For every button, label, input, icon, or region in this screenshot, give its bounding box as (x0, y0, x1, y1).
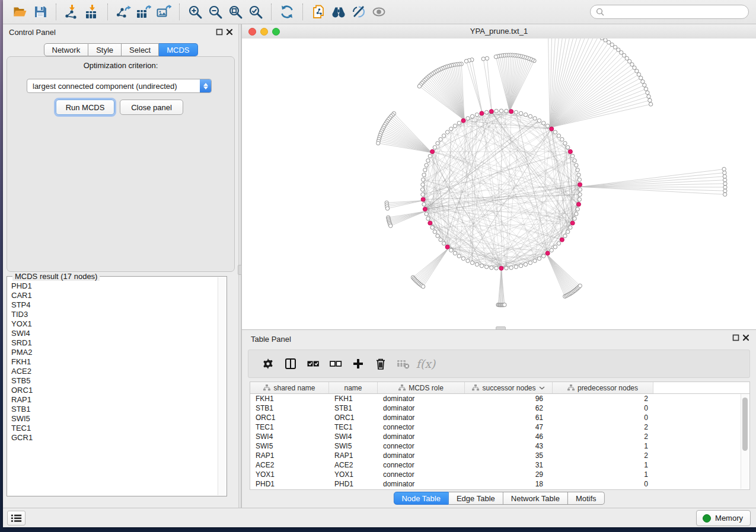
delete-column-icon[interactable] (369, 353, 392, 374)
mcds-result-item[interactable]: RAP1 (11, 395, 218, 405)
float-table-panel-icon[interactable] (732, 334, 739, 341)
mcds-result-item[interactable]: PMA2 (11, 348, 218, 357)
table-row[interactable]: ORC1ORC1dominator610 (250, 413, 749, 422)
table-row[interactable]: FKH1FKH1dominator962 (250, 394, 749, 403)
table-row[interactable]: STB1STB1dominator620 (250, 403, 749, 413)
zoom-out-icon[interactable] (205, 2, 225, 21)
column-header-name[interactable]: name (329, 382, 378, 393)
table-cell: dominator (378, 432, 465, 441)
refresh-layout-icon[interactable] (277, 2, 297, 21)
mcds-list-scrollbar[interactable] (218, 277, 226, 495)
import-table-icon[interactable] (82, 2, 102, 21)
table-cell: ACE2 (329, 461, 378, 469)
close-panel-button[interactable]: Close panel (120, 100, 183, 115)
table-row[interactable]: SWI5SWI5connector431 (250, 441, 749, 451)
shared-column-icon (472, 384, 479, 391)
vizmapper-slash-eye-icon[interactable] (349, 2, 369, 21)
table-row[interactable]: SWI4SWI4dominator462 (250, 432, 749, 441)
mcds-result-item[interactable]: TEC1 (11, 424, 218, 433)
mcds-result-item[interactable]: STB5 (11, 376, 218, 386)
tab-network-table[interactable]: Network Table (503, 492, 568, 505)
mcds-result-item[interactable]: PHD1 (11, 281, 218, 291)
table-cell: 29 (465, 470, 553, 479)
table-cell: SWI5 (250, 442, 329, 450)
search-binoculars-icon[interactable] (328, 2, 349, 21)
close-table-panel-icon[interactable] (742, 334, 749, 341)
task-history-button[interactable] (7, 511, 25, 525)
table-cell: 62 (465, 404, 553, 412)
search-field[interactable] (590, 5, 749, 19)
shared-column-icon (263, 384, 270, 391)
table-row[interactable]: TEC1TEC1connector472 (250, 422, 749, 432)
tab-mcds[interactable]: MCDS (159, 43, 197, 56)
mcds-result-item[interactable]: ORC1 (11, 386, 218, 395)
toolbar-group (10, 2, 50, 21)
open-file-icon[interactable] (10, 2, 30, 21)
control-panel-title: Control Panel (9, 28, 56, 37)
tab-style[interactable]: Style (88, 43, 122, 56)
toolbar-group (308, 2, 389, 21)
column-label: shared name (273, 384, 315, 392)
mcds-result-item[interactable]: FKH1 (11, 357, 218, 367)
column-header-MCDS-role[interactable]: MCDS role (378, 382, 465, 393)
tab-select[interactable]: Select (122, 43, 159, 56)
mcds-result-item[interactable]: SWI5 (11, 414, 218, 424)
import-network-icon[interactable] (62, 2, 82, 21)
table-cell: 2 (553, 423, 653, 431)
mcds-result-item[interactable]: CAR1 (11, 291, 218, 300)
network-view-titlebar: YPA_prune.txt_1 (242, 24, 756, 39)
table-cell: RAP1 (329, 451, 378, 460)
toolbar-separator (56, 4, 56, 20)
tab-node-table[interactable]: Node Table (393, 492, 449, 505)
table-row[interactable]: ACE2ACE2connector311 (250, 460, 749, 470)
fan-edges (378, 39, 725, 305)
mcds-result-item[interactable]: ACE2 (11, 367, 218, 376)
show-hide-eye-icon[interactable] (369, 2, 389, 21)
table-cell: YOX1 (329, 470, 378, 479)
export-table-icon[interactable] (133, 2, 154, 21)
table-row[interactable]: PHD1PHD1dominator180 (250, 479, 749, 489)
table-scrollbar[interactable] (741, 394, 749, 489)
table-row[interactable]: RAP1RAP1dominator352 (250, 451, 749, 460)
float-panel-icon[interactable] (216, 28, 223, 36)
memory-button[interactable]: Memory (696, 510, 751, 526)
save-session-icon[interactable] (30, 2, 50, 21)
mcds-result-item[interactable]: YOX1 (11, 319, 218, 329)
table-cell: 43 (465, 442, 553, 450)
table-settings-icon[interactable] (257, 353, 279, 374)
mcds-result-item[interactable]: STB1 (11, 405, 218, 414)
column-layout-icon[interactable] (279, 353, 302, 374)
tab-edge-table[interactable]: Edge Table (449, 492, 503, 505)
table-cell: 2 (553, 395, 653, 403)
mcds-result-item[interactable]: SWI4 (11, 329, 218, 338)
mcds-result-item[interactable]: GCR1 (11, 433, 218, 443)
deselect-all-rows-icon[interactable] (324, 353, 347, 374)
table-scrollbar-thumb[interactable] (742, 398, 748, 451)
column-header-shared-name[interactable]: shared name (250, 382, 329, 393)
criterion-select[interactable]: largest connected component (undirected) (27, 79, 212, 93)
run-mcds-button[interactable]: Run MCDS (56, 100, 114, 115)
mcds-result-list: PHD1CAR1STP4TID3YOX1SWI4SRD1PMA2FKH1ACE2… (8, 281, 218, 495)
column-header-successor-nodes[interactable]: successor nodes (465, 382, 553, 393)
table-cell: YOX1 (250, 470, 329, 479)
mcds-result-item[interactable]: STP4 (11, 300, 218, 310)
search-input[interactable] (608, 7, 743, 17)
tab-network[interactable]: Network (43, 43, 88, 56)
export-image-icon[interactable] (154, 2, 174, 21)
network-canvas[interactable] (242, 39, 756, 329)
select-all-rows-icon[interactable] (302, 353, 324, 374)
clone-network-icon[interactable] (308, 2, 328, 21)
control-panel-header: Control Panel (3, 24, 238, 40)
mcds-result-item[interactable]: TID3 (11, 310, 218, 319)
close-panel-icon[interactable] (226, 28, 233, 36)
mcds-result-item[interactable]: SRD1 (11, 338, 218, 348)
table-row[interactable]: YOX1YOX1connector291 (250, 470, 749, 479)
add-column-icon[interactable] (347, 353, 369, 374)
column-label: predecessor nodes (578, 384, 638, 392)
tab-motifs[interactable]: Motifs (568, 492, 605, 505)
zoom-selected-icon[interactable] (245, 2, 266, 21)
zoom-fit-icon[interactable] (225, 2, 245, 21)
export-network-icon[interactable] (113, 2, 133, 21)
zoom-in-icon[interactable] (185, 2, 205, 21)
column-header-predecessor-nodes[interactable]: predecessor nodes (553, 382, 653, 393)
